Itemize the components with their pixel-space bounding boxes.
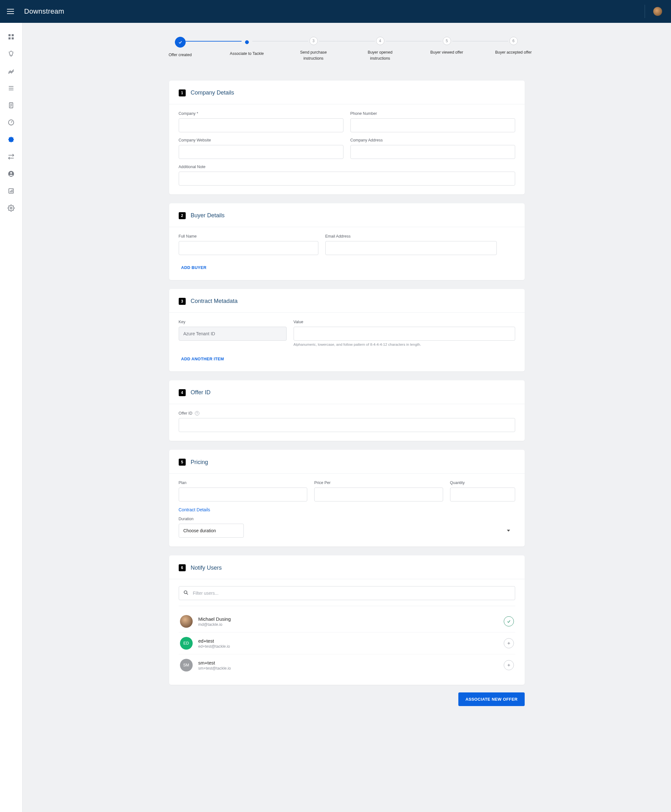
card-notify-users: 6 Notify Users Michael Dusingmd@tackle.i… [169,555,525,685]
user-avatar[interactable] [653,7,662,16]
contract-details-heading: Contract Details [179,507,515,512]
user-add-toggle[interactable] [504,660,514,670]
plus-icon [507,641,511,646]
svg-rect-2 [9,37,10,39]
topbar-divider [645,5,645,18]
nav-speed[interactable] [4,116,18,129]
svg-rect-22 [10,191,10,192]
user-row: Michael Dusingmd@tackle.io [179,611,515,632]
duration-label: Duration [179,517,515,521]
user-name: sm+test [198,660,498,666]
step-offer-created: Offer created [147,37,214,61]
duration-select[interactable] [179,524,244,538]
key-label: Key [179,320,287,324]
quantity-input[interactable] [450,488,515,501]
file-icon [8,102,15,109]
user-info: ed+tested+test@tackle.io [198,638,498,649]
main-content: Offer created Associate to Tackle 3 Send… [22,23,671,812]
company-input[interactable] [179,118,344,132]
plan-input[interactable] [179,488,308,501]
user-name: ed+test [198,638,498,644]
svg-rect-23 [11,190,12,192]
add-item-button[interactable]: Add Another Item [179,352,227,363]
step-associate-tackle: Associate to Tackle [214,37,280,61]
value-hint: Alphanumeric, lowercase, and follow patt… [294,343,515,347]
nav-document[interactable] [4,99,18,112]
offer-id-label: Offer ID ? [179,411,515,416]
offer-id-input[interactable] [179,418,515,432]
card-buyer-details: 2 Buyer Details Full Name Email Address [169,203,525,280]
chart-line-icon [8,68,15,75]
note-label: Additional Note [179,165,515,169]
associate-new-offer-button[interactable]: Associate New Offer [458,692,525,706]
svg-point-20 [10,172,12,174]
value-label: Value [294,320,515,324]
user-selected-toggle[interactable] [504,616,514,627]
svg-rect-0 [9,34,10,36]
svg-point-26 [184,591,187,594]
nav-transfer[interactable] [4,150,18,164]
user-list-avatar [180,615,192,628]
pricing-title: Pricing [191,459,208,465]
brand: Downstream [24,7,64,15]
nav-analytics[interactable] [4,64,18,78]
grid-icon [8,33,15,40]
step-buyer-opened: 4 Buyer opened instructions [347,37,414,61]
company-details-title: Company Details [191,90,234,96]
nav-insights[interactable] [4,47,18,61]
chevron-down-icon [507,530,510,532]
full-name-input[interactable] [179,241,318,255]
check-icon [507,619,511,623]
offer-badge-icon [8,136,15,143]
lightbulb-icon [8,51,15,58]
account-icon [8,170,15,177]
user-name: Michael Dusing [198,616,498,622]
nav-dashboard[interactable] [4,30,18,44]
address-input[interactable] [351,145,515,159]
topbar: Downstream [0,0,671,23]
svg-rect-24 [12,189,13,192]
filter-users-input[interactable] [179,586,515,600]
sidebar [0,23,22,812]
svg-point-25 [10,207,12,209]
card-company-details: 1 Company Details Company * Phone Number [169,81,525,194]
svg-line-27 [187,593,188,595]
user-list-avatar: SM [180,659,192,671]
nav-reports[interactable] [4,184,18,198]
card-pricing: 5 Pricing Plan Price Per [169,450,525,547]
nav-settings[interactable] [4,201,18,215]
gauge-icon [8,119,15,126]
user-info: sm+testsm+test@tackle.io [198,660,498,671]
phone-label: Phone Number [351,111,515,116]
website-input[interactable] [179,145,344,159]
swap-icon [8,153,15,160]
contract-metadata-title: Contract Metadata [191,298,238,304]
plan-label: Plan [179,481,308,485]
nav-offers[interactable] [4,133,18,146]
card-offer-id: 4 Offer ID Offer ID ? [169,380,525,441]
add-buyer-button[interactable]: Add Buyer [179,261,209,271]
buyer-details-title: Buyer Details [191,212,225,219]
user-info: Michael Dusingmd@tackle.io [198,616,498,627]
svg-rect-1 [12,34,14,36]
menu-toggle[interactable] [7,7,15,15]
user-add-toggle[interactable] [504,638,514,648]
nav-list[interactable] [4,81,18,95]
user-row: EDed+tested+test@tackle.io [179,632,515,654]
email-input[interactable] [325,241,497,255]
full-name-label: Full Name [179,234,318,238]
user-email: sm+test@tackle.io [198,666,498,671]
check-icon [178,40,182,44]
email-label: Email Address [325,234,497,238]
price-per-input[interactable] [314,488,443,501]
step-buyer-viewed: 5 Buyer viewed offer [414,37,480,61]
info-icon[interactable]: ? [195,411,199,416]
value-input[interactable] [294,327,515,341]
quantity-label: Quantity [450,481,515,485]
price-per-label: Price Per [314,481,443,485]
note-input[interactable] [179,172,515,185]
divider [179,606,515,606]
nav-account[interactable] [4,167,18,181]
phone-input[interactable] [351,118,515,132]
user-email: md@tackle.io [198,622,498,627]
